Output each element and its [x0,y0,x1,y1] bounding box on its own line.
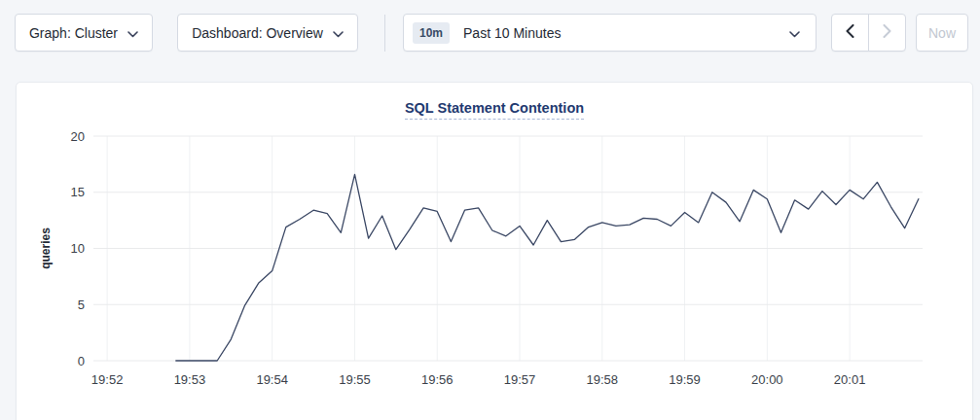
y-axis-label: queries [39,228,53,269]
x-tick-label: 19:55 [339,372,371,387]
x-tick-label: 19:57 [504,372,536,387]
time-range-label: Past 10 Minutes [463,25,789,41]
time-step-buttons [831,14,906,52]
x-tick-label: 19:54 [256,372,288,387]
x-tick-label: 19:59 [669,372,701,387]
time-range-badge: 10m [413,22,450,44]
y-tick-label: 15 [71,185,85,199]
chevron-left-icon [846,24,854,41]
y-tick-label: 20 [71,129,85,144]
chart-card: 19:5219:5319:5419:5519:5619:5719:5819:59… [16,82,973,420]
series-line-queries [176,174,919,361]
header-divider [384,15,385,52]
time-back-button[interactable] [832,15,869,51]
x-tick-label: 19:53 [174,372,206,387]
chevron-down-icon [127,25,138,41]
now-button[interactable]: Now [916,14,968,52]
y-tick-label: 0 [78,354,85,368]
dashboard-dropdown[interactable]: Dashboard: Overview [177,14,358,52]
time-forward-button[interactable] [869,15,906,51]
contention-chart[interactable]: 19:5219:5319:5419:5519:5619:5719:5819:59… [17,83,974,420]
chevron-right-icon [883,24,891,41]
x-tick-label: 20:01 [834,372,866,387]
x-tick-label: 20:00 [751,372,783,387]
graph-dropdown[interactable]: Graph: Cluster [15,14,153,52]
x-tick-label: 19:56 [421,372,454,387]
chevron-down-icon [333,25,344,41]
now-button-label: Now [928,25,956,41]
y-tick-label: 5 [78,298,85,312]
graph-dropdown-label: Graph: Cluster [29,25,118,41]
x-tick-label: 19:52 [91,372,124,387]
y-tick-label: 10 [71,241,85,256]
chevron-down-icon [789,25,800,41]
dashboard-dropdown-label: Dashboard: Overview [192,25,323,41]
x-tick-label: 19:58 [587,372,619,387]
time-range-dropdown[interactable]: 10m Past 10 Minutes [403,14,817,52]
